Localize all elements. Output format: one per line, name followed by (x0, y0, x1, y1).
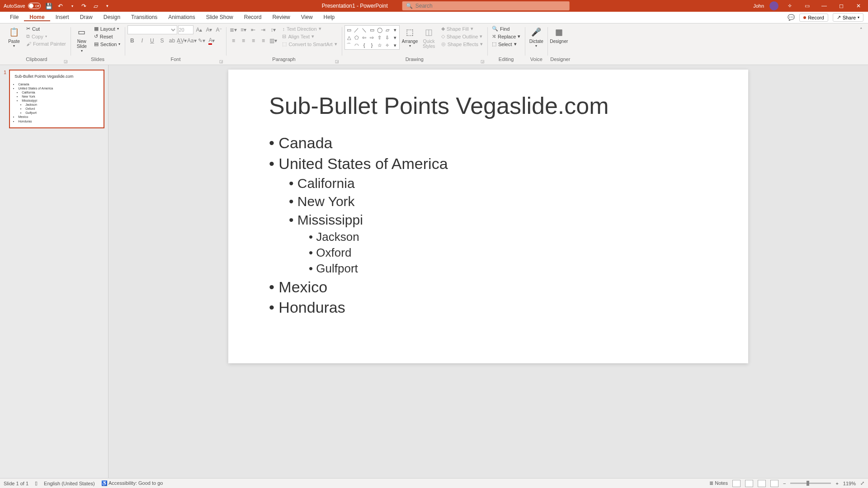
font-size-input[interactable] (178, 25, 193, 34)
undo-icon[interactable]: ↶ (57, 2, 64, 9)
list-item[interactable]: Gulfport (309, 261, 708, 277)
qat-customize-icon[interactable]: ▾ (104, 2, 111, 9)
record-button[interactable]: Record (799, 14, 828, 22)
italic-icon[interactable]: I (137, 36, 146, 45)
collapse-ribbon-icon[interactable]: ˄ (857, 25, 865, 65)
language-status[interactable]: English (United States) (44, 481, 95, 486)
decrease-indent-icon[interactable]: ⇤ (249, 25, 258, 34)
increase-indent-icon[interactable]: ⇥ (259, 25, 268, 34)
zoom-in-icon[interactable]: + (835, 481, 838, 486)
change-case-icon[interactable]: Aa▾ (187, 36, 196, 45)
align-center-icon[interactable]: ≡ (239, 36, 248, 45)
designer-button[interactable]: ▦ Designer (550, 25, 567, 44)
autosave-switch[interactable]: Off (28, 3, 41, 9)
save-icon[interactable]: 💾 (45, 2, 52, 9)
tab-help[interactable]: Help (318, 14, 340, 20)
bold-icon[interactable]: B (127, 36, 137, 45)
tab-transitions[interactable]: Transitions (126, 14, 163, 20)
quick-styles-button[interactable]: ◫ Quick Styles (420, 25, 438, 49)
accessibility-status[interactable]: ♿ Accessibility: Good to go (101, 480, 163, 486)
list-item[interactable]: MississippiJacksonOxfordGulfport (289, 211, 708, 277)
paste-dropdown-icon[interactable]: ▾ (13, 44, 15, 48)
share-button[interactable]: ↗ Share ▾ (833, 13, 863, 22)
list-item[interactable]: Mexico (269, 277, 708, 298)
slide-content-list[interactable]: CanadaUnited States of AmericaCalifornia… (269, 133, 708, 318)
maximize-button[interactable]: ◻ (835, 3, 847, 9)
tab-home[interactable]: Home (24, 14, 50, 21)
section-button[interactable]: ▤Section ▾ (92, 41, 123, 47)
fit-to-window-icon[interactable]: ⤢ (860, 480, 864, 486)
clipboard-launcher-icon[interactable]: ◲ (64, 59, 68, 64)
slide-sorter-view-icon[interactable] (745, 480, 753, 487)
drawing-launcher-icon[interactable]: ◲ (481, 59, 485, 64)
paste-button[interactable]: 📋 Paste ▾ (5, 25, 23, 48)
close-button[interactable]: ✕ (853, 3, 864, 9)
tab-view[interactable]: View (296, 14, 318, 20)
shape-effects-button[interactable]: ◎Shape Effects ▾ (439, 41, 485, 47)
bullets-icon[interactable]: ≣▾ (229, 25, 238, 34)
slide-title[interactable]: Sub-Bullet Points Vegaslide.com (269, 92, 708, 119)
paragraph-launcher-icon[interactable]: ◲ (335, 59, 339, 64)
replace-button[interactable]: ⤭Replace ▾ (490, 33, 522, 40)
spell-check-icon[interactable]: ▯ (35, 480, 38, 486)
copy-button[interactable]: ⧉Copy ▾ (24, 33, 68, 40)
numbering-icon[interactable]: ≡▾ (239, 25, 248, 34)
tab-insert[interactable]: Insert (50, 14, 75, 20)
align-right-icon[interactable]: ≡ (249, 36, 258, 45)
normal-view-icon[interactable] (732, 480, 741, 487)
select-button[interactable]: ⬚Select ▾ (490, 41, 522, 47)
zoom-out-icon[interactable]: − (783, 481, 786, 486)
increase-font-icon[interactable]: A▴ (194, 25, 203, 34)
align-text-button[interactable]: ⊟Align Text ▾ (280, 33, 339, 40)
arrange-button[interactable]: ⬚ Arrange ▾ (401, 25, 419, 48)
ribbon-display-icon[interactable]: ▭ (801, 3, 813, 9)
clear-formatting-icon[interactable]: A⁻ (214, 25, 223, 34)
tab-draw[interactable]: Draw (75, 14, 98, 20)
tab-file[interactable]: File (5, 14, 24, 20)
shape-outline-button[interactable]: ◇Shape Outline ▾ (439, 33, 485, 40)
zoom-slider[interactable] (790, 483, 831, 484)
autosave-toggle[interactable]: AutoSave Off (4, 3, 41, 9)
new-slide-button[interactable]: ▭ New Slide ▾ (73, 25, 90, 53)
coming-soon-icon[interactable]: ✧ (784, 3, 796, 9)
slide-thumbnail-pane[interactable]: 1 Sub-Bullet Points Vegaslide.com Canada… (0, 65, 108, 478)
text-direction-button[interactable]: ↕Text Direction ▾ (280, 25, 339, 32)
tab-record[interactable]: Record (239, 14, 267, 20)
slide-canvas-pane[interactable]: Sub-Bullet Points Vegaslide.com CanadaUn… (108, 65, 868, 478)
user-avatar[interactable] (769, 1, 778, 10)
slide-counter[interactable]: Slide 1 of 1 (4, 481, 28, 486)
search-box[interactable]: 🔍 (402, 1, 570, 10)
font-family-select[interactable] (127, 25, 177, 34)
font-color-icon[interactable]: A▾ (207, 36, 216, 45)
shapes-gallery[interactable]: ▭／＼▭◯▱▾ △⬠⇦⇨⇧⇩▾ ⌒◠{}☆✧▾ (344, 25, 400, 50)
find-button[interactable]: 🔍Find (490, 25, 522, 32)
list-item[interactable]: United States of AmericaCaliforniaNew Yo… (269, 154, 708, 277)
search-input[interactable] (415, 3, 566, 9)
text-shadow-icon[interactable]: ab (167, 36, 176, 45)
layout-button[interactable]: ▦Layout ▾ (92, 25, 123, 32)
list-item[interactable]: Honduras (269, 297, 708, 318)
minimize-button[interactable]: — (818, 3, 830, 9)
comments-icon[interactable]: 💬 (788, 14, 795, 21)
tab-animations[interactable]: Animations (163, 14, 200, 20)
cut-button[interactable]: ✂Cut (24, 25, 68, 32)
slide-thumbnail-1[interactable]: Sub-Bullet Points Vegaslide.com CanadaUn… (9, 70, 104, 128)
shape-fill-button[interactable]: ◆Shape Fill ▾ (439, 25, 485, 32)
highlight-icon[interactable]: ✎▾ (197, 36, 206, 45)
tab-design[interactable]: Design (98, 14, 126, 20)
justify-icon[interactable]: ≡ (259, 36, 268, 45)
decrease-font-icon[interactable]: A▾ (204, 25, 213, 34)
list-item[interactable]: Jackson (309, 229, 708, 245)
list-item[interactable]: Canada (269, 133, 708, 154)
format-painter-button[interactable]: 🖌Format Painter (24, 41, 68, 47)
slide[interactable]: Sub-Bullet Points Vegaslide.com CanadaUn… (228, 70, 748, 363)
convert-smartart-button[interactable]: ⬚Convert to SmartArt ▾ (280, 41, 339, 47)
list-item[interactable]: New York (289, 192, 708, 211)
tab-review[interactable]: Review (267, 14, 295, 20)
line-spacing-icon[interactable]: ↕▾ (269, 25, 278, 34)
font-launcher-icon[interactable]: ◲ (219, 59, 223, 64)
list-item[interactable]: California (289, 174, 708, 193)
reading-view-icon[interactable] (758, 480, 766, 487)
tab-slide-show[interactable]: Slide Show (201, 14, 239, 20)
list-item[interactable]: Oxford (309, 245, 708, 261)
